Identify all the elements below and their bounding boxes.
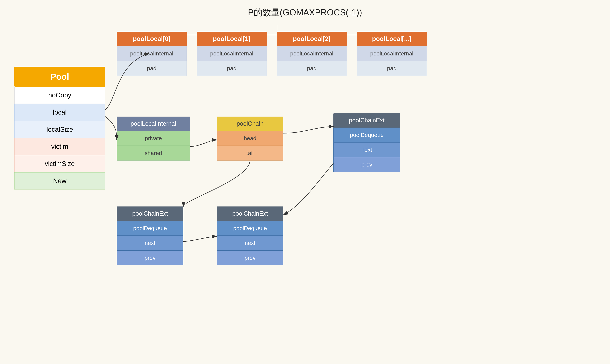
pool-local-internal-header: poolLocalInternal bbox=[117, 117, 190, 131]
pool-chain-ext-right-next: next bbox=[333, 142, 400, 157]
pool-chain-ext-bl-prev: prev bbox=[117, 250, 183, 265]
pool-chain-ext-bl-header: poolChainExt bbox=[117, 207, 183, 221]
pool-chain-ext-right-prev: prev bbox=[333, 157, 400, 172]
pool-chain-ext-right-header: poolChainExt bbox=[333, 113, 400, 128]
pool-field-victimsize: victimSize bbox=[14, 155, 105, 172]
pool-local-2-pad: pad bbox=[277, 61, 347, 76]
pool-chain-ext-bl-next: next bbox=[117, 236, 183, 250]
pool-local-n-internal: poolLocalInternal bbox=[357, 46, 427, 61]
pool-chain-ext-bottom-right: poolChainExt poolDequeue next prev bbox=[217, 207, 283, 265]
pool-sidebar: Pool noCopy local localSize victim victi… bbox=[14, 67, 105, 190]
pool-field-localsize: localSize bbox=[14, 121, 105, 138]
pool-local-n-header: poolLocal[...] bbox=[357, 32, 427, 46]
pool-field-nocopy: noCopy bbox=[14, 87, 105, 104]
pool-local-2-internal: poolLocalInternal bbox=[277, 46, 347, 61]
pool-chain-ext-br-next: next bbox=[217, 236, 283, 250]
pool-chain-ext-br-dequeue: poolDequeue bbox=[217, 221, 283, 236]
pool-local-0: poolLocal[0] poolLocalInternal pad bbox=[117, 32, 187, 76]
pool-local-0-header: poolLocal[0] bbox=[117, 32, 187, 46]
pool-chain-ext-br-prev: prev bbox=[217, 250, 283, 265]
pool-local-2: poolLocal[2] poolLocalInternal pad bbox=[277, 32, 347, 76]
pool-local-n: poolLocal[...] poolLocalInternal pad bbox=[357, 32, 427, 76]
pool-local-internal-shared: shared bbox=[117, 146, 190, 160]
pool-chain-ext-br-header: poolChainExt bbox=[217, 207, 283, 221]
pool-local-internal-private: private bbox=[117, 131, 190, 146]
pool-chain-header: poolChain bbox=[217, 117, 283, 131]
pool-field-victim: victim bbox=[14, 138, 105, 155]
page-title: P的数量(GOMAXPROCS(-1)) bbox=[0, 7, 610, 18]
pool-chain-head: head bbox=[217, 131, 283, 146]
pool-chain: poolChain head tail bbox=[217, 117, 283, 160]
pool-header: Pool bbox=[14, 67, 105, 87]
pool-local-2-header: poolLocal[2] bbox=[277, 32, 347, 46]
pool-field-new: New bbox=[14, 172, 105, 190]
pool-local-row: poolLocal[0] poolLocalInternal pad poolL… bbox=[117, 32, 427, 76]
pool-local-internal: poolLocalInternal private shared bbox=[117, 117, 190, 160]
pool-chain-ext-right: poolChainExt poolDequeue next prev bbox=[333, 113, 400, 172]
pool-local-1-pad: pad bbox=[197, 61, 267, 76]
pool-local-1-internal: poolLocalInternal bbox=[197, 46, 267, 61]
pool-local-1-header: poolLocal[1] bbox=[197, 32, 267, 46]
pool-chain-ext-right-dequeue: poolDequeue bbox=[333, 128, 400, 142]
pool-local-1: poolLocal[1] poolLocalInternal pad bbox=[197, 32, 267, 76]
pool-local-n-pad: pad bbox=[357, 61, 427, 76]
pool-local-0-pad: pad bbox=[117, 61, 187, 76]
pool-chain-tail: tail bbox=[217, 146, 283, 160]
pool-field-local: local bbox=[14, 104, 105, 121]
pool-local-0-internal: poolLocalInternal bbox=[117, 46, 187, 61]
pool-chain-ext-bottom-left: poolChainExt poolDequeue next prev bbox=[117, 207, 183, 265]
pool-chain-ext-bl-dequeue: poolDequeue bbox=[117, 221, 183, 236]
